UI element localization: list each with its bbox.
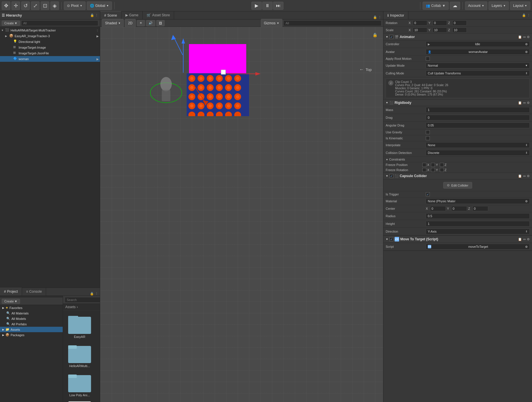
lock-bottom-icon[interactable]: 🔒: [90, 292, 94, 296]
asset-item-lowpoly[interactable]: Low Poly Ani...: [65, 371, 94, 398]
material-dropdown[interactable]: None (Physic Mater ⚙: [426, 198, 530, 204]
capsule-enabled-checkbox[interactable]: [389, 174, 393, 178]
mode-2d-dropdown[interactable]: 2D: [125, 19, 135, 27]
avatar-dropdown[interactable]: 👤 womanAvatar ⚙: [426, 49, 530, 55]
asset-item-easyar[interactable]: EasyAR: [65, 313, 94, 340]
assets-path-label[interactable]: Assets: [65, 305, 76, 309]
lock-inspector-icon[interactable]: 🔒: [522, 13, 526, 17]
scale-z-input[interactable]: [452, 27, 467, 33]
move-tool[interactable]: ✛: [11, 1, 20, 10]
project-search-input[interactable]: [65, 297, 100, 303]
use-gravity-checkbox[interactable]: [426, 130, 430, 134]
capsule-icon-btn-3[interactable]: ⚙: [527, 174, 530, 178]
scene-search-input[interactable]: [283, 20, 381, 26]
animator-icon-btn-3[interactable]: ⚙: [527, 35, 530, 39]
root-menu-icon[interactable]: ⋮: [96, 29, 99, 32]
rigidbody-header[interactable]: ▼ ⬛ Rigidbody 📋 ⇔ ⚙: [383, 100, 532, 106]
freeze-rot-x-checkbox[interactable]: [422, 168, 426, 172]
layers-dropdown[interactable]: Layers ▼: [488, 1, 509, 10]
update-mode-dropdown[interactable]: Normal ▼: [426, 63, 530, 68]
inspector-scroll[interactable]: Rotation X Y Z: [383, 19, 532, 402]
lock-icon[interactable]: 🔒: [90, 13, 94, 17]
animator-icon-btn-2[interactable]: ⇔: [523, 35, 526, 39]
tab-console[interactable]: ≡ Console: [22, 288, 46, 296]
radius-input[interactable]: [426, 213, 530, 219]
capsule-icon-btn-2[interactable]: ⇔: [523, 174, 526, 178]
hierarchy-item-easyar[interactable]: ▶ 📦 EasyAR_ImageTracker-3 ▶: [0, 33, 100, 39]
rotation-z-input[interactable]: [452, 20, 467, 25]
sidebar-all-models[interactable]: 🔍 All Models: [0, 316, 63, 321]
asset-item-movetotarget[interactable]: C# moveToTarget: [65, 400, 94, 402]
capsule-collider-header[interactable]: ▼ ⬛ Capsule Collider 📋 ⇔ ⚙: [383, 173, 532, 179]
menu-bottom-icon[interactable]: ⋮: [95, 292, 98, 296]
rect-tool[interactable]: ⊡: [41, 1, 49, 10]
freeze-pos-x-checkbox[interactable]: [422, 163, 426, 167]
center-z-input[interactable]: [472, 206, 488, 211]
tab-scene[interactable]: # Scene: [100, 11, 121, 19]
scale-x-input[interactable]: [413, 27, 427, 33]
edit-collider-button[interactable]: ⊙ Edit Collider: [443, 182, 472, 189]
center-x-input[interactable]: [430, 206, 446, 211]
lock-scene-icon[interactable]: 🔒: [373, 15, 377, 19]
is-trigger-checkbox[interactable]: [426, 192, 430, 196]
tab-inspector[interactable]: ℹ Inspector: [383, 11, 408, 19]
hierarchy-item-woman[interactable]: 🔷 woman ▶: [0, 56, 100, 62]
drag-input[interactable]: [426, 115, 530, 120]
hierarchy-item-json-target[interactable]: ⊞ ImageTarget-JsonFile: [0, 50, 100, 56]
rotation-y-input[interactable]: [433, 20, 447, 25]
project-create-button[interactable]: Create ▼: [2, 299, 20, 304]
transform-tool[interactable]: ◈: [50, 1, 59, 10]
hierarchy-item-image-target[interactable]: ⊞ ImageTarget-Image: [0, 45, 100, 50]
rotate-tool[interactable]: ↺: [21, 1, 30, 10]
tab-assetstore[interactable]: 🛒 Asset Store: [143, 11, 174, 19]
freeze-rot-y-checkbox[interactable]: [431, 168, 435, 172]
play-button[interactable]: ▶: [251, 2, 262, 10]
animator-header[interactable]: ▼ 🎬 Animator 📋 ⇔ ⚙: [383, 34, 532, 40]
mass-input[interactable]: [426, 107, 530, 113]
shaded-dropdown[interactable]: Shaded ▼: [102, 19, 124, 27]
menu-inspector-icon[interactable]: ⋮: [527, 13, 530, 17]
sidebar-all-prefabs[interactable]: 🔍 All Prefabs: [0, 321, 63, 327]
sidebar-all-materials[interactable]: 🔍 All Materials: [0, 310, 63, 316]
angular-drag-input[interactable]: [426, 122, 530, 128]
menu-scene-icon[interactable]: ⋮: [378, 15, 381, 19]
hierarchy-root-item[interactable]: ▼ ⬛ HelloARMultiTarget-MultiTracker ⋮: [0, 27, 100, 33]
scale-tool[interactable]: ⤢: [31, 1, 40, 10]
hierarchy-create-button[interactable]: Create ▼: [2, 21, 20, 26]
account-dropdown[interactable]: Account ▼: [465, 1, 487, 10]
tab-game[interactable]: ▶ Game: [121, 11, 143, 19]
sidebar-packages[interactable]: ▶ 📦 Packages: [0, 332, 63, 338]
lighting-btn[interactable]: ☀: [137, 20, 145, 26]
capsule-icon-btn-1[interactable]: 📋: [518, 174, 522, 178]
cloud-button[interactable]: ☁: [450, 2, 460, 10]
asset-item-helloar[interactable]: HelloARMulti...: [65, 342, 94, 369]
collab-dropdown[interactable]: 👥 Collab ▼: [423, 2, 449, 10]
sidebar-favorites[interactable]: ▶ ★ Favorites: [0, 305, 63, 310]
culling-mode-dropdown[interactable]: Cull Update Transforms ⇕: [426, 70, 530, 76]
animator-icon-btn-1[interactable]: 📋: [518, 35, 522, 39]
move-icon-btn-2[interactable]: ⇔: [523, 237, 526, 241]
is-kinematic-checkbox[interactable]: [426, 136, 430, 140]
freeze-rot-z-checkbox[interactable]: [440, 168, 444, 172]
scene-view[interactable]: Top 🔒: [100, 27, 383, 402]
move-enabled-checkbox[interactable]: [389, 237, 393, 241]
freeze-pos-z-checkbox[interactable]: [440, 163, 444, 167]
global-dropdown[interactable]: 🌐 Global ▼: [87, 1, 112, 10]
sidebar-assets[interactable]: ▶ 📁 Assets: [0, 327, 63, 332]
rigidbody-icon-btn-1[interactable]: 📋: [518, 101, 522, 105]
tab-project[interactable]: # Project: [0, 288, 22, 296]
menu-icon[interactable]: ⋮: [95, 13, 98, 17]
height-input[interactable]: [426, 221, 530, 227]
center-y-input[interactable]: [451, 206, 467, 211]
step-button[interactable]: ⏭: [273, 2, 283, 10]
audio-btn[interactable]: 🔊: [146, 20, 155, 26]
move-icon-btn-3[interactable]: ⚙: [527, 237, 530, 241]
script-dropdown[interactable]: C# moveToTarget ⚙: [426, 244, 530, 249]
scene-lock-icon[interactable]: 🔒: [373, 33, 377, 37]
interpolate-dropdown[interactable]: None ⇕: [426, 142, 530, 148]
hierarchy-search-input[interactable]: [21, 20, 98, 26]
rigidbody-icon-btn-3[interactable]: ⚙: [527, 101, 530, 105]
controller-dropdown[interactable]: ▶ Idle ⚙: [426, 41, 530, 47]
effects-btn[interactable]: 🖼: [156, 20, 165, 26]
pivot-dropdown[interactable]: ⊙ Pivot ▼: [64, 1, 86, 10]
